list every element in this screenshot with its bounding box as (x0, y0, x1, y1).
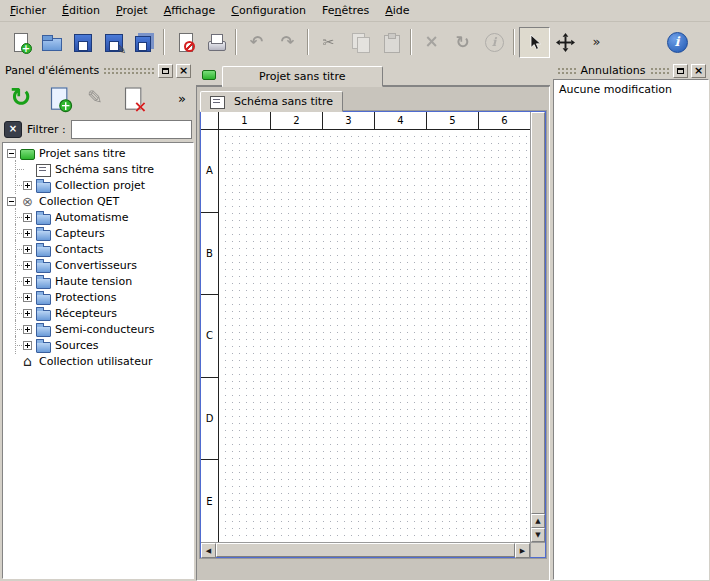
paste-button[interactable] (375, 27, 406, 58)
new-project-button[interactable]: + (4, 27, 35, 58)
tree-item-collection-qet[interactable]: ⊗Collection QET (3, 193, 193, 209)
tree-item-collection-projet[interactable]: Collection projet (3, 177, 193, 193)
delete-icon: × (421, 31, 443, 53)
toolbar-overflow-icon: » (586, 31, 608, 53)
tree-expander[interactable] (23, 277, 32, 286)
tree-expander[interactable] (7, 197, 16, 206)
tree-item-automatisme[interactable]: Automatisme (3, 209, 193, 225)
tree-expander[interactable] (23, 293, 32, 302)
close-project-icon (174, 31, 196, 53)
undo-panel-float-button[interactable] (673, 64, 688, 78)
scroll-up-button[interactable]: ▲ (531, 514, 545, 528)
tree-item-recepteurs[interactable]: Récepteurs (3, 305, 193, 321)
menu-fenetres[interactable]: Fenêtres (314, 0, 377, 21)
about-qet-button[interactable] (661, 27, 692, 58)
delete-element-button[interactable]: × (115, 81, 149, 115)
scroll-left-button[interactable]: ◀ (201, 543, 216, 558)
delete-button[interactable]: × (416, 27, 447, 58)
tree-item-contacts[interactable]: Contacts (3, 241, 193, 257)
redo-button[interactable]: ↷ (272, 27, 303, 58)
elements-panel-drag-handle[interactable] (103, 67, 154, 74)
ruler-row-b: B (201, 213, 218, 296)
elements-panel-float-button[interactable] (158, 64, 173, 78)
tree-item-haute-tension[interactable]: Haute tension (3, 273, 193, 289)
reload-collections-button[interactable]: ↻ (4, 81, 38, 115)
print-button[interactable] (200, 27, 231, 58)
schema-canvas[interactable] (219, 130, 530, 542)
move-tool-button[interactable] (550, 27, 581, 58)
tree-item-sources[interactable]: Sources (3, 337, 193, 353)
undo-list: Aucune modification (553, 79, 709, 580)
save-as-button[interactable]: ✎ (97, 27, 128, 58)
select-tool-button[interactable] (519, 27, 550, 58)
menu-configuration[interactable]: Configuration (223, 0, 314, 21)
tree-item-label: Automatisme (55, 211, 129, 224)
qelectrotech-window: FichierÉditionProjetAffichageConfigurati… (0, 0, 710, 581)
ruler-column-2: 2 (271, 112, 323, 129)
tree-item-convertisseurs[interactable]: Convertisseurs (3, 257, 193, 273)
cut-button[interactable]: ✂ (313, 27, 344, 58)
elements-panel-overflow-button[interactable]: » (172, 89, 192, 108)
tree-expander[interactable] (23, 229, 32, 238)
scroll-down-button[interactable]: ▼ (531, 528, 545, 542)
vertical-scrollbar-thumb[interactable] (531, 112, 545, 514)
toolbar-separator (307, 29, 309, 55)
elements-panel-close-button[interactable]: × (176, 64, 191, 78)
tree-item-projet-sans-titre[interactable]: Projet sans titre (3, 145, 193, 161)
mdi-area: Schéma sans titre 123456 ▲ ▼ ABCDE ◀ (196, 86, 550, 581)
copy-button[interactable] (344, 27, 375, 58)
undo-panel-drag-handle[interactable] (557, 67, 576, 74)
scroll-right-button[interactable]: ▶ (515, 543, 530, 558)
tree-item-capteurs[interactable]: Capteurs (3, 225, 193, 241)
clear-filter-button[interactable]: × (4, 121, 22, 138)
tree-expander[interactable] (23, 309, 32, 318)
filter-row: × Filtrer : (2, 117, 194, 142)
open-project-button[interactable] (35, 27, 66, 58)
close-project-button[interactable] (169, 27, 200, 58)
tree-item-semi-conducteurs[interactable]: Semi-conducteurs (3, 321, 193, 337)
tree-expander[interactable] (23, 245, 32, 254)
menu-projet[interactable]: Projet (108, 0, 156, 21)
menu-aide[interactable]: Aide (377, 0, 417, 21)
tree-item-protections[interactable]: Protections (3, 289, 193, 305)
undo-panel-drag-handle[interactable] (650, 67, 669, 74)
element-info-icon (483, 31, 505, 53)
folder-icon (36, 179, 51, 192)
tree-expander[interactable] (23, 261, 32, 270)
save-all-button[interactable] (128, 27, 159, 58)
tree-expander[interactable] (23, 325, 32, 334)
undo-panel-close-button[interactable]: × (691, 64, 706, 78)
save-button[interactable] (66, 27, 97, 58)
edit-element-button[interactable]: ✎ (78, 81, 112, 115)
down-arrow-icon: ▼ (535, 531, 540, 539)
folder-icon (36, 291, 51, 304)
horizontal-scrollbar-thumb[interactable] (216, 543, 515, 557)
tab-schema-sans-titre[interactable]: Schéma sans titre (200, 91, 343, 112)
schema-tab-label: Schéma sans titre (234, 95, 333, 108)
tree-item-label: Semi-conducteurs (55, 323, 155, 336)
edit-element-icon: ✎ (82, 85, 108, 111)
undo-button[interactable]: ↶ (241, 27, 272, 58)
tree-expander[interactable] (7, 149, 16, 158)
toolbar-separator (163, 29, 165, 55)
tree-item-label: Schéma sans titre (55, 163, 154, 176)
elements-panel-toolbar: ↻+✎×» (2, 79, 194, 117)
new-element-button[interactable]: + (41, 81, 75, 115)
tree-expander[interactable] (23, 213, 32, 222)
menu-fichier[interactable]: Fichier (2, 0, 54, 21)
tree-item-collection-utilisateur[interactable]: ⌂Collection utilisateur (3, 353, 193, 369)
menu-edition[interactable]: Édition (54, 0, 108, 21)
element-info-button[interactable] (478, 27, 509, 58)
save-icon (71, 31, 93, 53)
menu-affichage[interactable]: Affichage (156, 0, 224, 21)
cut-icon: ✂ (318, 31, 340, 53)
tree-expander[interactable] (23, 341, 32, 350)
project-tab-label: Projet sans titre (259, 70, 346, 83)
ruler-row-e: E (201, 460, 218, 542)
filter-input[interactable] (71, 120, 192, 139)
tab-projet-sans-titre[interactable]: Projet sans titre (222, 66, 383, 87)
toolbar-overflow-button[interactable]: » (581, 27, 612, 58)
tree-expander[interactable] (23, 181, 32, 190)
tree-item-schema-sans-titre[interactable]: Schéma sans titre (3, 161, 193, 177)
rotate-button[interactable]: ↻ (447, 27, 478, 58)
